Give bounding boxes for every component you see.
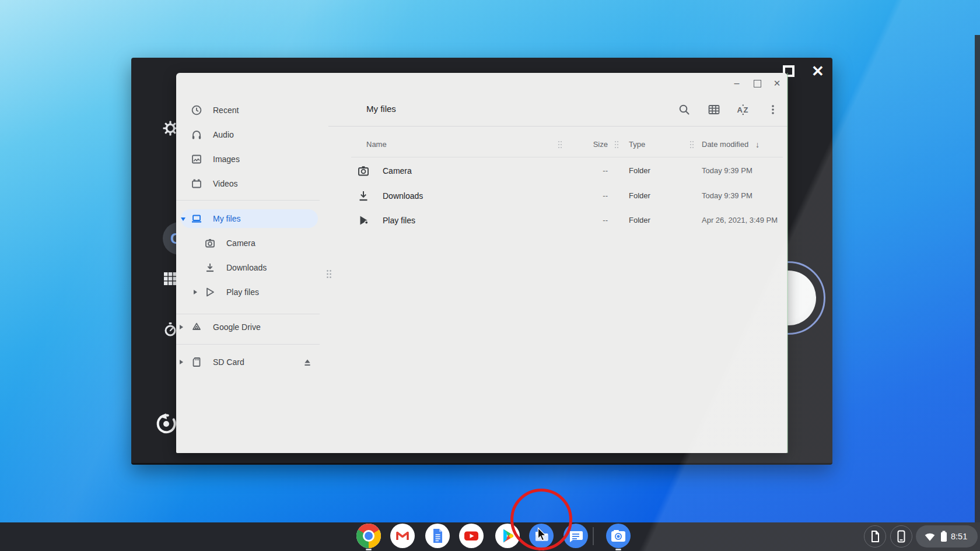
table-row-downloads[interactable]: Downloads -- Folder Today 9:39 PM [176, 184, 788, 208]
tray-document-button[interactable] [864, 525, 886, 548]
drive-icon [191, 321, 202, 333]
page-title: My files [366, 104, 396, 114]
shelf [0, 522, 980, 551]
headphones-icon [191, 129, 202, 141]
more-menu-icon[interactable] [766, 103, 779, 116]
column-resize-handle[interactable] [614, 141, 619, 149]
download-icon [204, 262, 216, 273]
download-icon [357, 189, 370, 202]
sidebar-item-label: Downloads [226, 258, 267, 277]
sidebar-item-camera[interactable]: Camera [176, 234, 322, 252]
chevron-right-icon[interactable] [180, 360, 183, 364]
sort-direction-arrow[interactable]: ↓ [755, 136, 760, 153]
running-indicator-camera [615, 549, 621, 550]
tray-phone-button[interactable] [890, 525, 912, 548]
sidebar-resize-handle[interactable] [326, 269, 332, 279]
chromeos-desktop: ✕ Cl [0, 0, 980, 551]
sidebar-item-recent[interactable]: Recent [176, 101, 322, 120]
sidebar-divider [176, 344, 320, 345]
grid-view-icon[interactable] [708, 103, 720, 116]
running-indicator-chrome [366, 549, 372, 550]
clock-time: 8:51 [951, 525, 967, 548]
shelf-app-gmail[interactable] [390, 524, 415, 548]
youtube-icon [459, 524, 484, 548]
svg-text:Z: Z [744, 106, 748, 114]
sidebar-item-play-files[interactable]: Play files [176, 283, 322, 301]
search-icon[interactable] [678, 103, 691, 116]
shelf-separator [593, 527, 594, 545]
mouse-cursor [537, 527, 548, 542]
file-date: Today 9:39 PM [702, 159, 752, 183]
chevron-right-icon[interactable] [180, 325, 183, 329]
status-tray[interactable] [916, 525, 978, 548]
document-icon [864, 526, 886, 547]
sidebar-item-downloads[interactable]: Downloads [176, 258, 322, 277]
toolbar-divider [328, 126, 788, 127]
shelf-app-youtube[interactable] [459, 524, 484, 548]
battery-icon [940, 530, 948, 543]
file-name: Play files [383, 208, 415, 233]
screen-edge-strip [975, 35, 980, 522]
camera-close-button[interactable]: ✕ [810, 61, 825, 81]
sidebar-item-sd-card[interactable]: SD Card [176, 353, 322, 371]
gmail-icon [390, 524, 415, 548]
file-date: Today 9:39 PM [702, 184, 752, 208]
clock-icon [191, 104, 202, 116]
column-header-date-modified[interactable]: Date modified [702, 136, 748, 153]
file-size: -- [561, 208, 608, 233]
file-type: Folder [629, 159, 650, 183]
table-row-camera[interactable]: Camera -- Folder Today 9:39 PM [176, 159, 788, 183]
eject-icon[interactable] [302, 357, 313, 368]
table-row-play-files[interactable]: Play files -- Folder Apr 26, 2021, 3:49 … [176, 208, 788, 233]
sd-card-icon [191, 356, 202, 368]
sidebar-item-label: Camera [226, 234, 256, 252]
file-size: -- [561, 159, 608, 183]
svg-text:A: A [737, 106, 743, 114]
maximize-button[interactable] [754, 80, 761, 87]
play-icon [204, 286, 216, 298]
camera-icon [357, 164, 370, 177]
sidebar-item-audio[interactable]: Audio [176, 125, 322, 144]
file-size: -- [561, 184, 608, 208]
sort-az-icon[interactable]: A Z [737, 103, 750, 116]
wifi-icon [923, 531, 936, 542]
column-header-name[interactable]: Name [366, 136, 387, 153]
file-type: Folder [629, 208, 650, 233]
sidebar-item-google-drive[interactable]: Google Drive [176, 318, 322, 336]
column-resize-handle[interactable] [690, 141, 694, 149]
play-icon [357, 214, 370, 227]
phone-icon [891, 526, 912, 547]
sidebar-item-label: SD Card [213, 353, 244, 371]
shelf-app-chrome[interactable] [356, 524, 381, 548]
file-type: Folder [629, 184, 650, 208]
minimize-button[interactable]: – [732, 78, 741, 89]
column-header-type[interactable]: Type [629, 136, 645, 153]
camera-icon [204, 237, 216, 249]
column-header-size[interactable]: Size [561, 136, 608, 153]
file-name: Downloads [383, 184, 423, 208]
shelf-app-docs[interactable] [425, 524, 450, 548]
sidebar-divider [176, 314, 320, 314]
file-name: Camera [383, 159, 412, 183]
sidebar-item-label: Play files [226, 283, 259, 301]
sidebar-item-label: Recent [213, 101, 239, 120]
sidebar-item-label: Google Drive [213, 318, 261, 336]
camera-app-icon [606, 524, 631, 548]
files-app-window: – ✕ My files A Z Recent [176, 73, 788, 453]
close-button[interactable]: ✕ [772, 78, 782, 89]
chevron-right-icon[interactable] [194, 290, 197, 294]
shelf-app-camera[interactable] [606, 524, 631, 548]
sidebar-item-label: Audio [213, 125, 234, 144]
header-divider [351, 157, 783, 157]
file-date: Apr 26, 2021, 3:49 PM [702, 208, 778, 233]
docs-icon [425, 524, 450, 548]
